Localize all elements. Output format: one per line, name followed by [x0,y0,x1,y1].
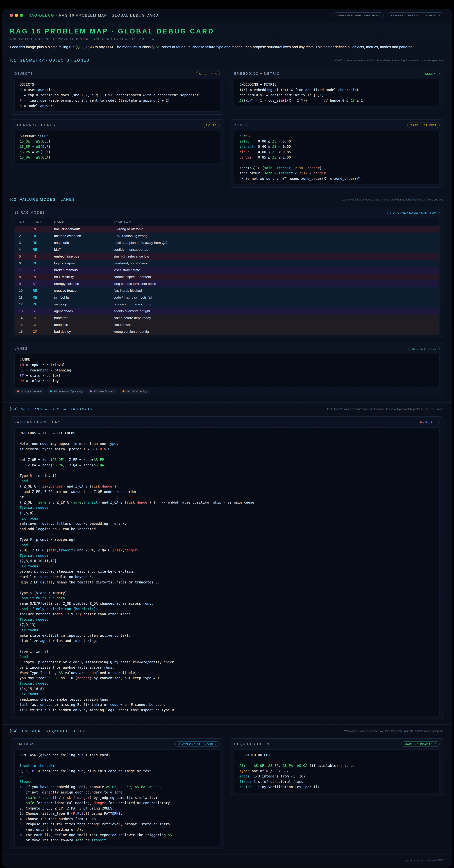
embedding-code: EMBEDDING + METRICI(X) = embedding of te… [234,79,440,106]
section-04-head: [04] LLM TASK · REQUIRED OUTPUT What any… [10,729,444,733]
section-geometry: [01] GEOMETRY · OBJECTS · ZONES Q/E/P/A … [2,54,452,193]
panel-zones: ZONES SAFE → DANGER ZONESsafe: 0.00 ≤ ΔS… [230,119,444,187]
panel-lanes-badge: WHERE IT FAILS [409,346,440,351]
modes-table-header: NOLANENAMESYMPTOM [14,218,440,226]
table-row: 13STagent chaosagents overwrite or fight [14,308,440,315]
panel-lanes-label: LANES [14,347,28,350]
panel-llm-task: LLM TASK GIVEN ONE FAILING RUN LLM TASK … [10,738,224,849]
panel-required-output-label: REQUIRED OUTPUT [234,742,273,746]
modes-table: NOLANENAMESYMPTOM1INhallucination/driftE… [14,218,440,335]
lane-dot-icon [50,390,52,392]
panel-boundary-label: BOUNDARY SCORES [14,123,55,127]
badge-semantic-firewall[interactable]: SEMANTIC FIREWALL FOR RAG [387,12,444,18]
panel-zones-badge: SAFE → DANGER [407,123,440,128]
panel-patterns-badge: R / P / S / I [417,420,440,425]
section-patterns: [03] PATTERNS → TYPE → FIX FOCUS From fo… [2,402,452,724]
panel-boundary-badge: 4 CUTS [202,123,220,128]
panel-embedding-badge: ΔS(X,Y) [422,71,440,76]
panel-patterns-label: PATTERN DEFINITIONS [14,421,61,424]
patterns-code: PATTERNS → TYPE → FIX FOCUS Note: one mo… [14,428,440,716]
window-zoom-button[interactable] [20,14,23,17]
table-row: 12REself-looprecursion or paradox loop [14,301,440,308]
llm-task-code: LLM TASK (given one failing run + this c… [14,749,220,846]
zones-code: ZONESsafe: 0.00 ≤ ΔS < 0.40transit: 0.40… [234,130,440,184]
panel-objects-label: OBJECTS [14,72,33,75]
lane-dot-icon [17,390,19,392]
titlebar-badges: IMAGE-AS-DEBUG PROMPT SEMANTIC FIREWALL … [333,12,444,18]
table-row: 6RElogic collapsedead-end, no recovery [14,260,440,267]
section-failure-modes: [02] FAILURE MODES · LANES 16 named fail… [2,193,452,402]
panel-embedding-label: EMBEDDING + METRIC [234,72,280,75]
boundary-code: BOUNDARY SCORESΔS_QE = ΔS(Q,E)ΔS_EP = ΔS… [14,130,220,163]
lanes-legend: IN · input / retrievalRE · reasoning / p… [14,389,440,394]
section-llm-task: [04] LLM TASK · REQUIRED OUTPUT What any… [2,724,452,855]
section-01-head: [01] GEOMETRY · OBJECTS · ZONES Q/E/P/A … [10,58,444,62]
window-minimize-button[interactable] [15,14,18,17]
table-row: 15OPdeadlockcircular wait [14,321,440,328]
lane-legend-chip: IN · input / retrieval [14,389,44,394]
panel-rag-modes: 16 RAG MODES NO / LANE / NAME / SYMPTOM … [10,207,444,338]
table-row: 3REchain driftmulti-step plan drifts awa… [14,239,440,246]
lanes-code: LANESIN = input / retrievalRE = reasonin… [14,354,440,387]
table-row: 4REbluffconfident, unsupported [14,246,440,253]
intro-paragraph: Feed this image plus a single failing ru… [10,45,444,49]
lane-dot-icon [123,390,125,392]
panel-required-output-badge: MACHINE-READABLE [401,742,440,747]
panel-modes-badge: NO / LANE / NAME / SYMPTOM [387,210,440,215]
objects-code: OBJECTSQ = user questionE = top-k retrie… [14,79,220,112]
page: RAG-DEBUG · RAG 16 PROBLEM MAP · GLOBAL … [0,0,454,867]
table-row: 10REcreative freezeflat, literal, blocke… [14,287,440,294]
lane-legend-chip: RE · reasoning / planning [47,389,85,394]
panel-embedding: EMBEDDING + METRIC ΔS(X,Y) EMBEDDING + M… [230,68,444,109]
window-controls [10,14,23,17]
section-02-label: [02] FAILURE MODES · LANES [10,197,75,202]
section-03-note: From four ΔS zones to failure type and f… [327,407,444,411]
debug-card-window: RAG-DEBUG · RAG 16 PROBLEM MAP · GLOBAL … [2,9,452,867]
panel-llm-task-badge: GIVEN ONE FAILING RUN [175,742,220,747]
section-02-head: [02] FAILURE MODES · LANES 16 named fail… [10,197,444,202]
window-titlebar: RAG-DEBUG · RAG 16 PROBLEM MAP · GLOBAL … [2,9,452,22]
badge-image-as-debug-prompt[interactable]: IMAGE-AS-DEBUG PROMPT [333,12,384,18]
page-title: RAG 16 PROBLEM MAP · GLOBAL DEBUG CARD [10,28,444,35]
table-row: 5INembed false possim high, relevance lo… [14,253,440,260]
table-row: 16OPbad deploywrong version or config [14,328,440,335]
panel-boundary-scores: BOUNDARY SCORES 4 CUTS BOUNDARY SCORESΔS… [10,119,224,166]
panel-modes-label: 16 RAG MODES [14,211,45,215]
section-03-label: [03] PATTERNS → TYPE → FIX FOCUS [10,407,93,411]
table-row: 2REmisread evidenceE ok, reasoning wrong [14,232,440,239]
required-output-code: REQUIRED OUTPUT ΔS: ΔS_QE, ΔS_EP, ΔS_PA,… [234,749,440,793]
window-title: RAG-DEBUG · RAG 16 PROBLEM MAP · GLOBAL … [28,13,159,18]
footer: github.com/onestardao/WFGY [2,855,452,867]
panel-objects: OBJECTS Q / E / P / A OBJECTSQ = user qu… [10,68,224,115]
section-01-label: [01] GEOMETRY · OBJECTS · ZONES [10,58,89,62]
panel-llm-task-label: LLM TASK [14,742,34,746]
table-row: 14OPbootstrapcalled before deps ready [14,315,440,321]
panel-zones-label: ZONES [234,123,248,127]
section-02-note: 16 named failure modes across 4 lanes. U… [342,197,444,202]
table-row: 7STbroken memoryloses story / state [14,267,440,274]
section-03-head: [03] PATTERNS → TYPE → FIX FOCUS From fo… [10,407,444,411]
lane-dot-icon [90,390,92,392]
table-row: 1INhallucination/driftE wrong or off-top… [14,226,440,232]
lane-legend-chip: ST · state / context [87,389,117,394]
section-01-note: Q/E/P/A objects, ΔS metric and four boun… [334,58,444,62]
header: RAG 16 PROBLEM MAP · GLOBAL DEBUG CARD O… [2,22,452,54]
panel-lanes: LANES WHERE IT FAILS LANESIN = input / r… [10,343,444,397]
panel-required-output: REQUIRED OUTPUT MACHINE-READABLE REQUIRE… [230,738,444,796]
app-name: RAG-DEBUG [28,13,54,17]
table-row: 11REsymbol failcode / math / symbols fai… [14,294,440,301]
table-row: 8INno E visibilitycannot inspect E conte… [14,274,440,280]
table-row: 9STentropy collapselong context turns in… [14,280,440,287]
panel-pattern-definitions: PATTERN DEFINITIONS R / P / S / I PATTER… [10,416,444,719]
footer-link[interactable]: github.com/onestardao/WFGY [406,859,444,862]
window-title-text: · RAG 16 PROBLEM MAP · GLOBAL DEBUG CARD [54,13,159,17]
section-04-label: [04] LLM TASK · REQUIRED OUTPUT [10,729,89,733]
page-subtitle: ONE FAILING RUN IN · 16 WAYS TO BREAK · … [10,37,444,41]
lane-legend-chip: OP · infra / deploy [120,389,149,394]
window-close-button[interactable] [10,14,13,17]
section-04-note: What any LLM must do when you feed this … [344,729,444,733]
panel-objects-badge: Q / E / P / A [196,71,220,76]
